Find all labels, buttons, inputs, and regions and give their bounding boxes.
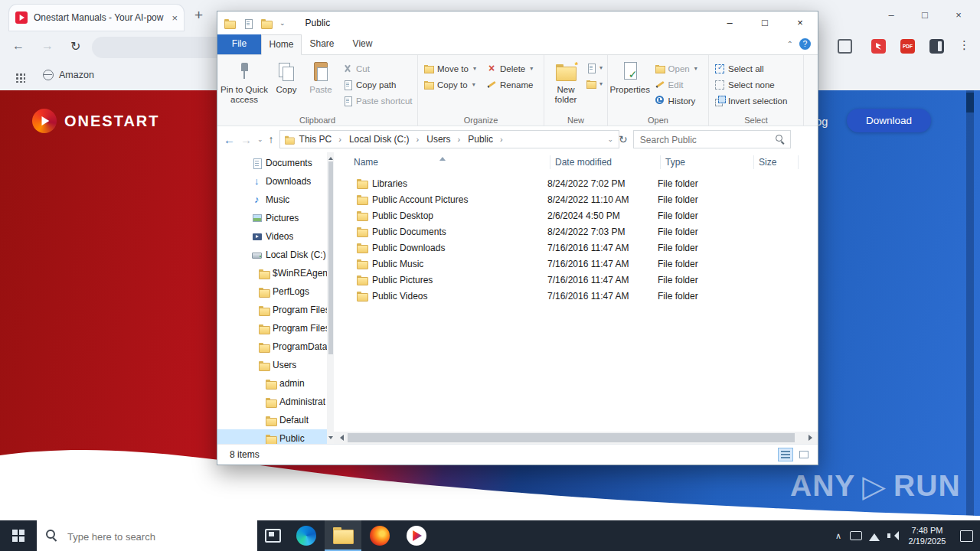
cut-button[interactable]: Cut bbox=[338, 60, 415, 77]
tab-file[interactable]: File bbox=[217, 34, 261, 54]
nav-item[interactable]: Videos bbox=[217, 227, 327, 246]
browser-forward-icon[interactable]: → bbox=[41, 39, 54, 53]
copy-path-button[interactable]: Copy path bbox=[338, 77, 415, 93]
ribbon-collapse-icon[interactable]: ⌃ bbox=[787, 40, 793, 48]
invert-selection-button[interactable]: Invert selection bbox=[710, 93, 801, 109]
file-row[interactable]: Libraries 8/24/2022 7:02 PM File folder bbox=[334, 175, 818, 191]
tab-share[interactable]: Share bbox=[302, 34, 342, 54]
refresh-icon[interactable]: ↻ bbox=[619, 133, 628, 145]
tray-expand-icon[interactable]: ∧ bbox=[830, 531, 847, 541]
nav-item[interactable]: Music bbox=[217, 191, 327, 209]
move-to-button[interactable]: Move to bbox=[420, 60, 481, 77]
nav-item[interactable]: Administrat bbox=[217, 393, 327, 411]
scroll-left-icon[interactable] bbox=[334, 432, 346, 444]
select-all-button[interactable]: Select all bbox=[710, 60, 801, 77]
browser-maximize-button[interactable]: □ bbox=[908, 6, 942, 24]
breadcrumb-item[interactable]: Local Disk (C:) bbox=[345, 134, 423, 145]
pin-to-quick-access-button[interactable]: Pin to Quick access bbox=[219, 57, 270, 114]
taskbar-search-input[interactable] bbox=[66, 523, 245, 550]
file-row[interactable]: Public Videos 7/16/2016 11:47 AM File fo… bbox=[334, 288, 818, 304]
scroll-up-icon[interactable] bbox=[328, 155, 333, 160]
apps-grid-icon[interactable] bbox=[15, 73, 25, 83]
extension-icon[interactable] bbox=[838, 39, 852, 54]
horizontal-scrollbar-thumb[interactable] bbox=[348, 433, 795, 442]
thumbnails-view-button[interactable] bbox=[796, 448, 812, 461]
new-tab-button[interactable]: + bbox=[194, 7, 203, 24]
copy-to-button[interactable]: Copy to bbox=[420, 77, 481, 93]
download-button[interactable]: Download bbox=[847, 109, 931, 132]
nav-item[interactable]: Public bbox=[217, 429, 327, 444]
breadcrumb-item[interactable]: This PC bbox=[296, 134, 345, 145]
properties-button[interactable]: Properties bbox=[609, 57, 651, 114]
nav-item[interactable]: ProgramData bbox=[217, 337, 327, 356]
network-tray-icon[interactable] bbox=[865, 520, 884, 551]
address-dropdown-icon[interactable]: ⌄ bbox=[608, 135, 614, 143]
page-scrollbar-thumb[interactable] bbox=[966, 93, 974, 112]
tab-home[interactable]: Home bbox=[261, 34, 302, 55]
browser-minimize-button[interactable]: – bbox=[874, 6, 908, 24]
nav-item[interactable]: Documents bbox=[217, 154, 327, 172]
column-header-date-modified[interactable]: Date modified bbox=[550, 155, 661, 169]
easy-access-button[interactable] bbox=[586, 78, 603, 90]
nav-item[interactable]: admin bbox=[217, 374, 327, 393]
new-folder-button[interactable]: * New folder bbox=[546, 57, 586, 114]
browser-close-button[interactable]: × bbox=[942, 6, 975, 24]
taskbar-firefox-button[interactable] bbox=[361, 520, 398, 551]
browser-refresh-icon[interactable]: ↻ bbox=[70, 39, 80, 54]
file-row[interactable]: Public Downloads 7/16/2016 11:47 AM File… bbox=[334, 240, 818, 256]
qat-new-folder-icon[interactable] bbox=[260, 18, 273, 29]
explorer-minimize-button[interactable]: – bbox=[712, 11, 747, 34]
red-extension-icon[interactable] bbox=[871, 39, 886, 54]
menu-kebab-icon[interactable]: ⋮ bbox=[959, 38, 970, 52]
breadcrumb-item[interactable]: Users bbox=[423, 134, 464, 145]
breadcrumb-item[interactable]: Public bbox=[464, 134, 506, 145]
bookmark-amazon[interactable]: Amazon bbox=[43, 70, 94, 80]
open-button[interactable]: Open bbox=[651, 60, 707, 77]
browser-back-icon[interactable]: ← bbox=[12, 39, 24, 53]
volume-tray-icon[interactable] bbox=[884, 520, 902, 551]
nav-item[interactable]: Local Disk (C:) bbox=[217, 246, 327, 264]
paste-button[interactable]: Paste bbox=[303, 57, 338, 114]
tab-view[interactable]: View bbox=[342, 34, 383, 54]
qat-customize-icon[interactable]: ⌄ bbox=[279, 19, 286, 27]
keyboard-tray-icon[interactable] bbox=[847, 520, 865, 551]
explorer-maximize-button[interactable]: □ bbox=[747, 11, 782, 34]
nav-scrollbar-thumb[interactable] bbox=[328, 161, 333, 354]
nav-item[interactable]: Users bbox=[217, 356, 327, 374]
start-button[interactable] bbox=[0, 520, 37, 551]
taskbar-onestart-button[interactable] bbox=[398, 520, 435, 551]
recent-locations-icon[interactable]: ⌄ bbox=[257, 135, 263, 143]
paste-shortcut-button[interactable]: Paste shortcut bbox=[338, 93, 415, 109]
column-header-type[interactable]: Type bbox=[661, 155, 754, 169]
nav-item[interactable]: Pictures bbox=[217, 209, 327, 227]
action-center-icon[interactable] bbox=[952, 520, 980, 551]
nav-item[interactable]: Program Files bbox=[217, 319, 327, 337]
breadcrumb[interactable]: This PC Local Disk (C:) Users Public bbox=[279, 130, 619, 148]
nav-item[interactable]: PerfLogs bbox=[217, 282, 327, 301]
explorer-close-button[interactable]: × bbox=[782, 11, 818, 34]
sidebar-icon[interactable] bbox=[929, 39, 944, 54]
nav-item[interactable]: Downloads bbox=[217, 172, 327, 191]
rename-button[interactable]: Rename bbox=[482, 77, 542, 93]
nav-item[interactable]: $WinREAgent bbox=[217, 264, 327, 282]
new-item-button[interactable] bbox=[586, 62, 603, 73]
file-row[interactable]: Public Documents 8/24/2022 7:03 PM File … bbox=[334, 223, 818, 240]
tab-close-icon[interactable]: × bbox=[172, 12, 178, 24]
help-icon[interactable]: ? bbox=[799, 38, 811, 50]
copy-button[interactable]: Copy bbox=[270, 57, 303, 114]
task-view-button[interactable] bbox=[257, 520, 288, 551]
file-row[interactable]: Public Account Pictures 8/24/2022 11:10 … bbox=[334, 191, 818, 207]
scroll-right-icon[interactable] bbox=[805, 432, 818, 444]
delete-button[interactable]: × Delete bbox=[482, 60, 542, 77]
select-none-button[interactable]: Select none bbox=[710, 77, 801, 93]
up-icon[interactable]: ↑ bbox=[269, 133, 274, 145]
details-view-button[interactable] bbox=[778, 448, 793, 461]
qat-properties-icon[interactable] bbox=[243, 18, 253, 28]
horizontal-scrollbar[interactable] bbox=[334, 432, 818, 444]
taskbar-edge-button[interactable] bbox=[288, 520, 325, 551]
taskbar-clock[interactable]: 7:48 PM 2/19/2025 bbox=[902, 525, 952, 546]
search-icon[interactable] bbox=[776, 135, 785, 144]
search-input[interactable] bbox=[639, 132, 776, 148]
file-row[interactable]: Public Music 7/16/2016 11:47 AM File fol… bbox=[334, 256, 818, 272]
forward-icon[interactable]: → bbox=[240, 133, 252, 146]
